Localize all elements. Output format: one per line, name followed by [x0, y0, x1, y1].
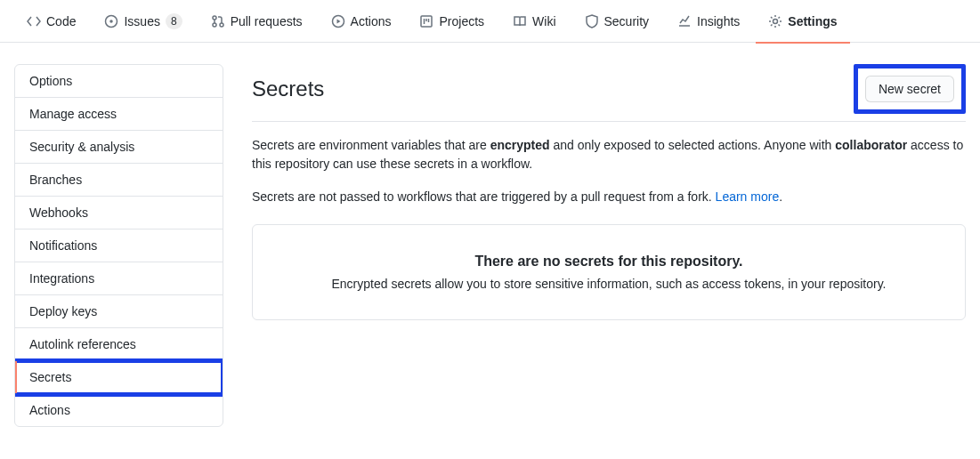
sidebar-item-branches[interactable]: Branches — [15, 164, 223, 197]
play-icon — [331, 14, 345, 28]
sidebar-item-webhooks[interactable]: Webhooks — [15, 197, 223, 230]
empty-title: There are no secrets for this repository… — [274, 254, 944, 270]
sidebar-item-secrets[interactable]: Secrets — [15, 361, 223, 394]
gear-icon — [768, 14, 782, 28]
highlight-new-secret: New secret — [854, 64, 966, 114]
svg-point-7 — [773, 19, 778, 23]
git-pull-request-icon — [211, 14, 225, 28]
tab-wiki[interactable]: Wiki — [500, 0, 568, 43]
tab-label: Code — [46, 14, 76, 28]
sidebar-item-notifications[interactable]: Notifications — [15, 230, 223, 262]
tab-insights[interactable]: Insights — [665, 0, 752, 43]
main-content: Secrets New secret Secrets are environme… — [252, 64, 966, 320]
sidebar-item-options[interactable]: Options — [15, 65, 223, 98]
sidebar-item-integrations[interactable]: Integrations — [15, 262, 223, 295]
page-header: Secrets New secret — [252, 64, 966, 122]
book-icon — [513, 14, 527, 28]
svg-point-2 — [213, 16, 216, 20]
secrets-description-2: Secrets are not passed to workflows that… — [252, 188, 966, 206]
sidebar-item-autolink-references[interactable]: Autolink references — [15, 328, 223, 361]
issue-icon — [104, 14, 118, 28]
tab-label: Pull requests — [231, 14, 303, 28]
tab-pull-requests[interactable]: Pull requests — [198, 0, 315, 43]
graph-icon — [677, 14, 692, 28]
new-secret-button[interactable]: New secret — [865, 76, 954, 102]
sidebar-item-manage-access[interactable]: Manage access — [15, 98, 223, 131]
tab-label: Issues — [124, 14, 159, 28]
issues-count: 8 — [166, 13, 182, 29]
tab-projects[interactable]: Projects — [407, 0, 497, 43]
sidebar-item-deploy-keys[interactable]: Deploy keys — [15, 295, 223, 328]
empty-subtitle: Encrypted secrets allow you to store sen… — [274, 277, 944, 291]
tab-label: Wiki — [532, 14, 555, 28]
page-title: Secrets — [252, 76, 324, 101]
sidebar-item-security-analysis[interactable]: Security & analysis — [15, 131, 223, 164]
shield-icon — [585, 14, 599, 28]
code-icon — [27, 14, 41, 28]
svg-point-4 — [220, 23, 223, 27]
tab-settings[interactable]: Settings — [756, 0, 849, 43]
svg-point-3 — [213, 23, 216, 27]
tab-label: Insights — [697, 14, 740, 28]
settings-sidebar: Options Manage access Security & analysi… — [14, 64, 223, 427]
tab-label: Actions — [351, 14, 392, 28]
repo-tabs: Code Issues 8 Pull requests Actions Proj… — [0, 0, 980, 43]
tab-security[interactable]: Security — [572, 0, 662, 43]
tab-issues[interactable]: Issues 8 — [92, 0, 194, 43]
tab-label: Projects — [439, 14, 484, 28]
project-icon — [419, 14, 433, 28]
learn-more-link[interactable]: Learn more — [716, 189, 780, 204]
svg-point-1 — [110, 20, 112, 22]
tab-label: Settings — [788, 14, 837, 28]
tab-code[interactable]: Code — [14, 0, 88, 43]
sidebar-item-actions[interactable]: Actions — [15, 394, 223, 426]
secrets-description-1: Secrets are environment variables that a… — [252, 136, 966, 173]
empty-state: There are no secrets for this repository… — [252, 224, 966, 320]
tab-actions[interactable]: Actions — [319, 0, 404, 43]
tab-label: Security — [604, 14, 650, 28]
